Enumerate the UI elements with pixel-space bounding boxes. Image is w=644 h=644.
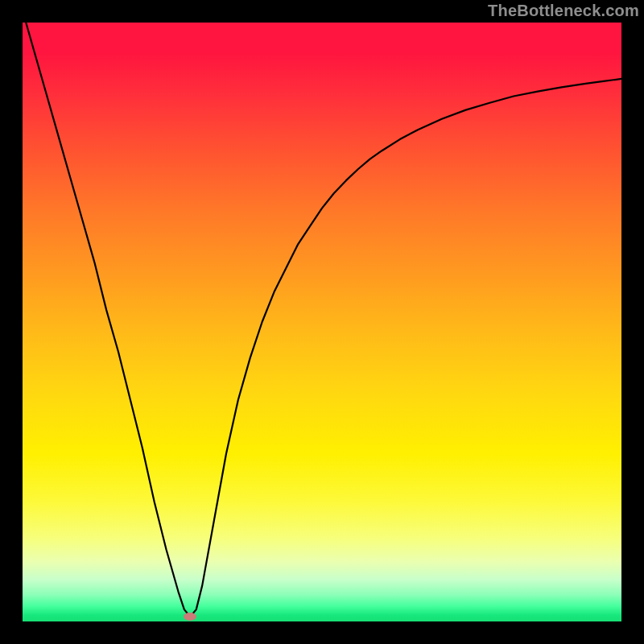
plot-area	[23, 23, 621, 621]
watermark-label: TheBottleneck.com	[488, 2, 639, 20]
chart-stage: TheBottleneck.com	[0, 0, 644, 644]
chart-curve-svg	[23, 23, 621, 621]
bottleneck-curve-path	[23, 23, 621, 617]
